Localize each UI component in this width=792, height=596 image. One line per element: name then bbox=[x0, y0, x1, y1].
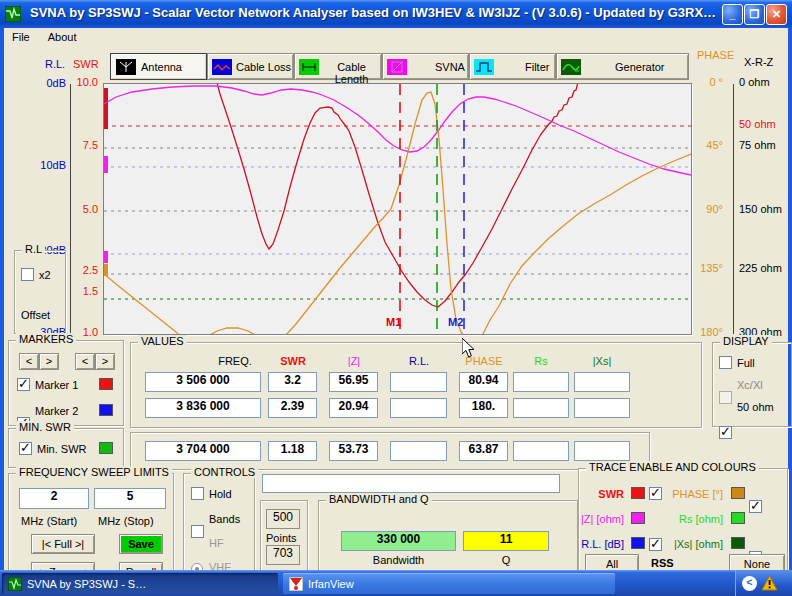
trace-phase-swatch[interactable] bbox=[731, 487, 745, 499]
window-border-left bbox=[0, 28, 4, 570]
marker2-freq-field[interactable]: 3 836 000 bbox=[145, 398, 261, 418]
tab-generator-label: Generator bbox=[615, 61, 665, 73]
tab-svna-label: SVNA bbox=[435, 61, 465, 73]
marker1-color-swatch[interactable] bbox=[99, 378, 113, 390]
taskbar-button-svna[interactable]: SVNA by SP3SWJ - S… bbox=[2, 573, 278, 594]
min-swr-z-field[interactable]: 53.73 bbox=[329, 441, 378, 461]
values-header-z: |Z| bbox=[329, 355, 379, 367]
bands-label: Bands bbox=[209, 513, 240, 525]
trace-rs-swatch[interactable] bbox=[731, 512, 745, 524]
save-button[interactable]: Save bbox=[119, 534, 163, 554]
marker2-rl-field[interactable] bbox=[390, 398, 447, 418]
svna-task-icon bbox=[8, 577, 22, 591]
marker1-prev-button[interactable]: < bbox=[19, 353, 39, 370]
trace-swr-checkbox[interactable] bbox=[649, 487, 662, 500]
marker2-xs-field[interactable] bbox=[574, 398, 630, 418]
min-swr-swr-field[interactable]: 1.18 bbox=[268, 441, 317, 461]
display-50ohm-checkbox[interactable] bbox=[719, 426, 732, 439]
marker1-freq-field[interactable]: 3 506 000 bbox=[145, 372, 261, 392]
q-field: 11 bbox=[463, 531, 549, 551]
trace-z-swatch[interactable] bbox=[631, 512, 645, 524]
tab-filter[interactable]: Filter bbox=[469, 53, 556, 80]
values-header-swr: SWR bbox=[268, 355, 318, 367]
marker2-swr-field[interactable]: 2.39 bbox=[268, 398, 317, 418]
marker1-xs-field[interactable] bbox=[574, 372, 630, 392]
marker1-next-button[interactable]: > bbox=[39, 353, 59, 370]
display-xcxl-checkbox[interactable] bbox=[719, 391, 732, 404]
minimize-button[interactable]: _ bbox=[722, 4, 743, 25]
tab-cable-length-label: Cable Length bbox=[322, 61, 381, 85]
hold-label: Hold bbox=[209, 488, 232, 500]
marker1-rl-field[interactable] bbox=[390, 372, 447, 392]
marker2-prev-button[interactable]: < bbox=[75, 353, 95, 370]
display-group: DISPLAY Full Xc/Xl 50 ohm bbox=[712, 342, 792, 427]
min-swr-xs-field[interactable] bbox=[574, 441, 630, 461]
tray-chevron-button[interactable]: < bbox=[742, 576, 757, 591]
trace-rss-label: RSS bbox=[651, 557, 674, 569]
trace-phase-label: PHASE [°] bbox=[663, 488, 723, 500]
menu-file[interactable]: File bbox=[12, 31, 30, 43]
tab-cable-loss[interactable]: Cable Loss bbox=[207, 53, 294, 80]
phase-tick: 0 ° bbox=[693, 76, 723, 88]
tab-antenna[interactable]: Antenna bbox=[110, 53, 207, 80]
display-full-checkbox[interactable] bbox=[719, 356, 732, 369]
marker1-rs-field[interactable] bbox=[513, 372, 569, 392]
marker1-swr-field[interactable]: 3.2 bbox=[268, 372, 317, 392]
marker2-rs-field[interactable] bbox=[513, 398, 569, 418]
min-swr-color-swatch[interactable] bbox=[99, 442, 113, 454]
right-axis-line bbox=[733, 84, 734, 334]
ohm-tick: 75 ohm bbox=[739, 139, 776, 151]
tray-warning-icon[interactable] bbox=[761, 575, 778, 591]
freq-stop-label: MHz (Stop) bbox=[98, 515, 154, 527]
trace-rl-swatch[interactable] bbox=[631, 537, 645, 549]
trace-xs-swatch[interactable] bbox=[731, 537, 745, 549]
titlebar: SVNA by SP3SWJ - Scalar Vector Network A… bbox=[0, 0, 792, 28]
chart-area[interactable]: M1 M2 bbox=[103, 83, 692, 335]
full-span-button[interactable]: |< Full >| bbox=[31, 534, 95, 554]
marker1-checkbox[interactable] bbox=[17, 378, 30, 391]
trace-z-checkbox[interactable] bbox=[649, 538, 662, 551]
restore-button[interactable]: ❐ bbox=[744, 4, 765, 25]
left-axis-swr-tick: 2.5 bbox=[71, 264, 98, 276]
min-swr-title: MIN. SWR bbox=[16, 421, 74, 433]
marker1-phase-field[interactable]: 80.94 bbox=[459, 372, 508, 392]
phase-tick: 45° bbox=[693, 139, 723, 151]
trace-enable-title: TRACE ENABLE AND COLOURS bbox=[586, 461, 759, 473]
close-button[interactable]: ✕ bbox=[766, 4, 787, 25]
trace-swr-swatch[interactable] bbox=[631, 487, 645, 499]
phase-tick: 180° bbox=[693, 326, 723, 338]
trace-phase-checkbox[interactable] bbox=[749, 500, 762, 513]
menubar: File About bbox=[4, 28, 788, 46]
display-50ohm-label: 50 ohm bbox=[737, 401, 774, 413]
marker2-z-field[interactable]: 20.94 bbox=[329, 398, 378, 418]
tab-svna[interactable]: SVNA bbox=[382, 53, 469, 80]
markers-group: MARKERS < > < > Marker 1 Marker 2 bbox=[8, 340, 124, 426]
min-swr-phase-field[interactable]: 63.87 bbox=[459, 441, 508, 461]
ohm-tick: 150 ohm bbox=[739, 203, 782, 215]
min-swr-rl-field[interactable] bbox=[390, 441, 447, 461]
points-top-field[interactable]: 500 bbox=[266, 509, 300, 529]
left-axis-swr-tick: 10.0 bbox=[71, 76, 98, 88]
points-bottom-field[interactable]: 703 bbox=[266, 545, 300, 565]
tab-generator[interactable]: Generator bbox=[556, 53, 689, 80]
min-swr-row-group: 3 704 000 1.18 53.73 63.87 bbox=[130, 432, 650, 470]
marker2-color-swatch[interactable] bbox=[99, 404, 113, 416]
hold-checkbox[interactable] bbox=[191, 487, 204, 500]
menu-about[interactable]: About bbox=[48, 31, 77, 43]
marker2-next-button[interactable]: > bbox=[95, 353, 115, 370]
min-swr-freq-field[interactable]: 3 704 000 bbox=[145, 441, 261, 461]
taskbar-button-irfanview-label: IrfanView bbox=[308, 578, 354, 590]
controls-text-input[interactable] bbox=[262, 474, 560, 493]
freq-start-input[interactable]: 2 bbox=[19, 488, 89, 509]
marker1-z-field[interactable]: 56.95 bbox=[329, 372, 378, 392]
marker2-phase-field[interactable]: 180. bbox=[459, 398, 508, 418]
min-swr-checkbox[interactable] bbox=[19, 442, 32, 455]
taskbar-button-irfanview[interactable]: IrfanView bbox=[283, 573, 615, 594]
freq-stop-input[interactable]: 5 bbox=[94, 488, 166, 509]
tab-cable-length[interactable]: Cable Length bbox=[294, 53, 382, 80]
bandwidth-field: 330 000 bbox=[341, 531, 456, 551]
bands-checkbox[interactable] bbox=[191, 525, 204, 538]
trace-z-label: |Z| [ohm] bbox=[579, 513, 624, 525]
min-swr-rs-field[interactable] bbox=[513, 441, 569, 461]
rl-x2-checkbox[interactable] bbox=[21, 268, 34, 281]
